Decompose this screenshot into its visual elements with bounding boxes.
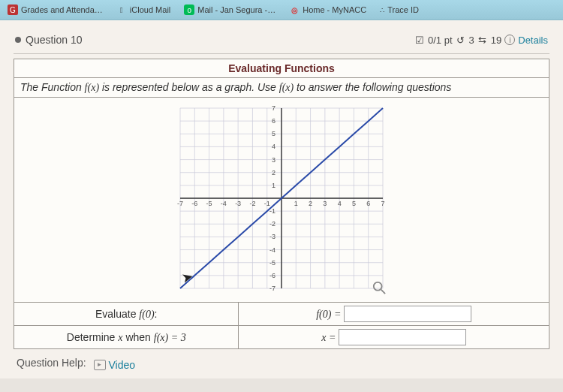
details-link[interactable]: Details: [518, 35, 548, 46]
score-text: 0/1 pt: [428, 35, 453, 46]
svg-text:-4: -4: [269, 246, 275, 254]
svg-text:-2: -2: [269, 220, 275, 228]
x-symbol: x =: [321, 332, 336, 343]
video-link[interactable]: ►Video: [94, 359, 136, 371]
svg-text:-7: -7: [177, 200, 183, 207]
bookmark-label: Grades and Attenda…: [21, 5, 103, 14]
bookmark-icloud[interactable]: iCloud Mail: [116, 5, 170, 15]
svg-text:3: 3: [323, 200, 327, 207]
svg-text:2: 2: [309, 200, 312, 207]
fx-symbol: f(x): [279, 82, 294, 93]
zoom-icon[interactable]: [372, 281, 386, 294]
answer-row-2: Determine x when f(x) = 3 x =: [14, 326, 549, 349]
question-status-dot: [15, 37, 21, 43]
answer-label: Evaluate f(0):: [14, 303, 239, 326]
fx-symbol: f(x) = 3: [154, 332, 186, 343]
instr-text: The Function: [20, 81, 85, 93]
bookmark-trace[interactable]: ∴Trace ID: [380, 5, 419, 15]
svg-text:-5: -5: [269, 259, 275, 267]
answer-label: Determine x when f(x) = 3: [14, 326, 239, 349]
instr-text: to answer the following questions: [294, 81, 451, 93]
question-card: Evaluating Functions The Function f(x) i…: [14, 59, 549, 349]
bookmark-mynacc[interactable]: ◎Home - MyNACC: [289, 5, 366, 15]
question-number: Question 10: [26, 34, 83, 46]
browser-bookmark-bar: GGrades and Attenda… iCloud Mail oMail …: [0, 0, 563, 20]
svg-text:7: 7: [381, 200, 384, 207]
attempts-left: 3: [469, 35, 474, 46]
bookmark-label: Home - MyNACC: [303, 5, 366, 14]
bookmark-grades[interactable]: GGrades and Attenda…: [8, 5, 103, 15]
label-text: Determine: [67, 331, 118, 343]
svg-text:1: 1: [294, 200, 298, 207]
retries-left: 19: [491, 35, 501, 46]
label-text: :: [155, 308, 158, 320]
help-label: Question Help:: [17, 357, 86, 369]
svg-text:-5: -5: [206, 200, 212, 207]
bookmark-label: iCloud Mail: [130, 5, 170, 14]
svg-text:6: 6: [366, 200, 370, 207]
question-header: Question 10 ☑ 0/1 pt ↺ 3 ⇆ 19 i Details: [14, 31, 549, 54]
svg-text:1: 1: [272, 182, 275, 189]
answer-row-1: Evaluate f(0): f(0) =: [14, 303, 549, 326]
svg-text:-1: -1: [264, 200, 270, 207]
svg-text:-4: -4: [221, 200, 227, 207]
home-icon: ◎: [289, 5, 300, 15]
instructions: The Function f(x) is represented below a…: [14, 78, 549, 98]
label-text: when: [123, 331, 154, 343]
bookmark-label: Trace ID: [387, 5, 419, 14]
svg-text:2: 2: [272, 169, 275, 176]
video-label: Video: [109, 359, 136, 371]
bookmark-label: Mail - Jan Segura -…: [197, 5, 275, 14]
answer-input-x[interactable]: [339, 329, 466, 345]
svg-text:5: 5: [272, 130, 275, 137]
fx-symbol: f(x): [85, 82, 99, 93]
svg-line-61: [381, 290, 385, 294]
info-icon[interactable]: i: [504, 35, 515, 45]
svg-text:-2: -2: [249, 200, 255, 207]
fx-symbol: f(0) =: [316, 309, 341, 320]
svg-text:6: 6: [272, 117, 275, 125]
svg-text:-6: -6: [269, 272, 275, 279]
video-icon: ►: [94, 360, 106, 370]
cycle-icon: ⇆: [477, 35, 488, 45]
answer-input-f0[interactable]: [344, 306, 471, 322]
svg-text:-6: -6: [191, 200, 197, 207]
graph-cell: -7-6-5-4-3-2-11234567-7-6-5-4-3-2-112345…: [14, 98, 549, 303]
graph-wrap: -7-6-5-4-3-2-11234567-7-6-5-4-3-2-112345…: [173, 101, 390, 299]
svg-text:3: 3: [272, 156, 275, 164]
answer-input-cell: x =: [239, 326, 549, 349]
fx-symbol: f(0): [139, 309, 154, 320]
label-text: Evaluate: [95, 308, 139, 320]
svg-text:4: 4: [272, 143, 275, 150]
outlook-icon: o: [184, 5, 194, 15]
check-icon: ☑: [414, 35, 425, 45]
instr-text: is represented below as a graph. Use: [99, 81, 279, 93]
svg-text:-3: -3: [269, 233, 275, 240]
bookmark-mail[interactable]: oMail - Jan Segura -…: [184, 5, 275, 15]
page-content: Question 10 ☑ 0/1 pt ↺ 3 ⇆ 19 i Details …: [0, 20, 563, 378]
retry-icon: ↺: [456, 35, 466, 45]
svg-text:7: 7: [272, 104, 275, 112]
svg-text:4: 4: [338, 200, 342, 207]
svg-text:-3: -3: [235, 200, 241, 207]
svg-point-60: [374, 282, 382, 291]
grades-icon: G: [8, 5, 18, 15]
svg-text:5: 5: [352, 200, 356, 207]
answer-input-cell: f(0) =: [239, 303, 549, 326]
function-graph[interactable]: -7-6-5-4-3-2-11234567-7-6-5-4-3-2-112345…: [173, 101, 390, 296]
question-help: Question Help: ►Video: [14, 349, 549, 378]
apple-icon: : [116, 5, 127, 15]
trace-icon: ∴: [380, 5, 384, 15]
svg-text:-7: -7: [269, 285, 275, 292]
card-title: Evaluating Functions: [14, 59, 549, 78]
